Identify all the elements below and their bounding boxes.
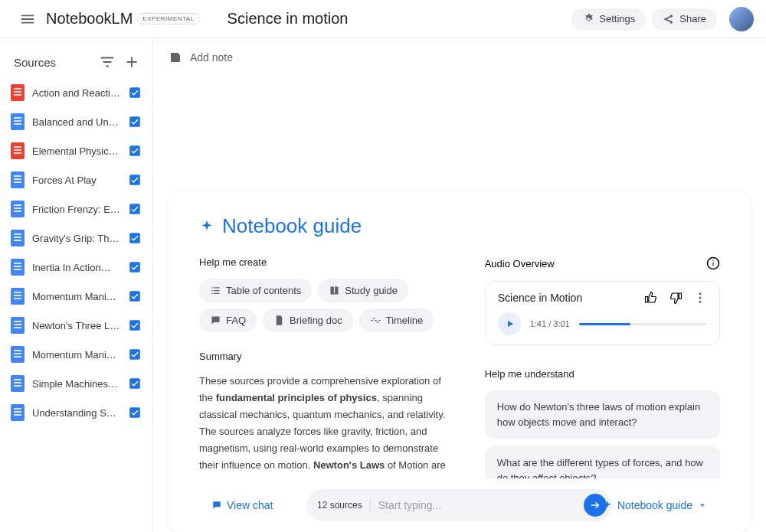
checked-icon[interactable] <box>128 144 142 158</box>
play-button[interactable] <box>498 312 521 335</box>
checked-icon[interactable] <box>128 289 142 303</box>
input-placeholder: Start typing... <box>378 499 584 511</box>
avatar[interactable] <box>729 7 754 31</box>
notebook-guide-link[interactable]: Notebook guide <box>602 499 708 511</box>
source-label: Balanced and Unbalance… <box>32 116 120 128</box>
checked-icon[interactable] <box>128 231 142 245</box>
sidebar-item-source[interactable]: Action and Reaction <box>0 78 152 107</box>
play-icon <box>506 319 515 328</box>
source-label: Understanding Speed, Ve… <box>32 407 120 419</box>
suggested-question[interactable]: How do Newton's three laws of motion exp… <box>485 390 720 439</box>
add-note-button[interactable]: Add note <box>153 38 766 77</box>
sidebar-item-source[interactable]: Forces At Play <box>0 165 152 194</box>
source-count: 12 sources <box>317 500 371 511</box>
source-label: Elemental Physics, Third… <box>32 145 120 157</box>
chat-icon <box>211 500 222 511</box>
source-doc-icon <box>11 142 25 159</box>
source-label: Inertia In Action… <box>32 262 120 273</box>
sidebar-item-source[interactable]: Inertia In Action… <box>0 253 152 282</box>
menu-button[interactable] <box>12 4 43 34</box>
source-label: Gravity's Grip: The Force… <box>32 233 120 244</box>
list-icon <box>210 285 221 296</box>
checked-icon[interactable] <box>128 260 142 274</box>
sidebar-item-source[interactable]: Newton's Three Laws… <box>0 311 152 340</box>
checked-icon[interactable] <box>128 406 142 419</box>
sidebar: Sources Action and Reaction Balanced and… <box>0 38 153 532</box>
source-doc-icon <box>11 404 25 421</box>
notebook-guide-card: Notebook guide Help me create Table of c… <box>169 191 751 532</box>
help-understand-heading: Help me understand <box>485 368 720 380</box>
chip-timeline[interactable]: Timeline <box>359 308 434 332</box>
add-source-button[interactable] <box>123 54 140 70</box>
logo-text: NotebookLM <box>46 10 133 28</box>
audio-time: 1:41 / 3:01 <box>530 319 570 328</box>
chip-study-guide[interactable]: Study guide <box>318 279 408 302</box>
audio-progress <box>579 323 630 325</box>
chat-input[interactable]: 12 sources Start typing... <box>306 489 613 521</box>
source-doc-icon <box>11 259 25 276</box>
sidebar-item-source[interactable]: Friction Frenzy: Explorin… <box>0 194 152 224</box>
spark-icon <box>602 500 613 511</box>
sidebar-item-source[interactable]: Elemental Physics, Third… <box>0 136 152 165</box>
source-doc-icon <box>11 346 25 363</box>
source-doc-icon <box>11 113 25 130</box>
source-doc-icon <box>11 84 25 101</box>
source-doc-icon <box>11 375 25 392</box>
more-icon[interactable] <box>693 291 707 305</box>
spark-icon <box>199 219 214 234</box>
hamburger-icon <box>19 11 36 28</box>
doc-icon <box>273 315 285 326</box>
summary-heading: Summary <box>199 351 447 362</box>
audio-track[interactable] <box>579 323 707 325</box>
timeline-icon <box>370 315 381 326</box>
source-doc-icon <box>11 317 25 334</box>
gear-icon <box>582 13 594 25</box>
thumbs-up-icon[interactable] <box>644 291 658 305</box>
chip-faq[interactable]: FAQ <box>199 308 257 332</box>
checked-icon[interactable] <box>128 348 142 361</box>
audio-card: Science in Motion 1:41 / 3:01 <box>485 281 720 345</box>
guide-title: Notebook guide <box>199 214 720 238</box>
settings-button[interactable]: Settings <box>571 8 646 30</box>
checked-icon[interactable] <box>128 377 142 390</box>
arrow-icon <box>589 499 601 511</box>
audio-title: Science in Motion <box>498 292 583 304</box>
sidebar-title: Sources <box>14 56 56 69</box>
document-title: Science in motion <box>228 10 349 28</box>
source-doc-icon <box>11 230 25 246</box>
audio-overview-heading: Audio Overview <box>485 258 555 269</box>
view-chat-link[interactable]: View chat <box>211 499 273 511</box>
source-label: Friction Frenzy: Explorin… <box>32 204 120 215</box>
share-button[interactable]: Share <box>652 8 717 30</box>
source-doc-icon <box>11 201 25 217</box>
source-label: Newton's Three Laws… <box>32 320 120 331</box>
sidebar-item-source[interactable]: Balanced and Unbalance… <box>0 107 152 136</box>
thumbs-down-icon[interactable] <box>669 291 683 305</box>
checked-icon[interactable] <box>128 86 142 100</box>
sidebar-item-source[interactable]: Momentum Mania: Inves… <box>0 282 152 311</box>
sidebar-item-source[interactable]: Simple Machines Make… <box>0 369 152 398</box>
app-logo: NotebookLM EXPERIMENTAL <box>46 10 200 28</box>
note-icon <box>169 51 182 64</box>
info-icon[interactable] <box>706 256 720 270</box>
filter-icon[interactable] <box>99 54 116 70</box>
checked-icon[interactable] <box>128 115 142 129</box>
share-icon <box>663 13 675 25</box>
chat-icon <box>210 315 221 326</box>
sidebar-item-source[interactable]: Understanding Speed, Ve… <box>0 398 152 427</box>
sidebar-item-source[interactable]: Gravity's Grip: The Force… <box>0 224 152 253</box>
source-label: Forces At Play <box>32 175 120 186</box>
book-icon <box>329 285 340 296</box>
chip-briefing[interactable]: Briefing doc <box>263 308 353 332</box>
source-label: Momentum Mania: Inves… <box>32 349 120 361</box>
checked-icon[interactable] <box>128 318 142 332</box>
sidebar-item-source[interactable]: Momentum Mania: Inves… <box>0 340 152 369</box>
source-label: Momentum Mania: Inves… <box>32 291 120 302</box>
experimental-badge: EXPERIMENTAL <box>137 13 199 24</box>
source-label: Action and Reaction <box>32 87 120 99</box>
source-label: Simple Machines Make… <box>32 378 120 390</box>
checked-icon[interactable] <box>128 173 142 187</box>
checked-icon[interactable] <box>128 202 142 216</box>
chip-toc[interactable]: Table of contents <box>199 279 312 302</box>
source-doc-icon <box>11 171 25 188</box>
